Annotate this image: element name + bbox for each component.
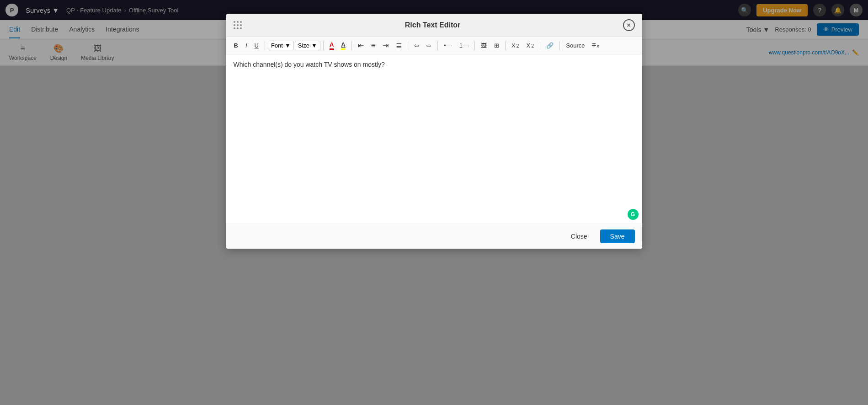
ordered-list-button[interactable]: 1— — [456, 41, 472, 50]
toolbar-separator-2 — [323, 41, 324, 50]
align-justify-button[interactable]: ≣ — [393, 40, 405, 51]
superscript-button[interactable]: X2 — [523, 41, 538, 50]
insert-table-button[interactable]: ⊞ — [491, 41, 502, 50]
toolbar-separator-1 — [265, 41, 265, 50]
underline-button[interactable]: U — [251, 41, 262, 50]
unordered-list-button[interactable]: •— — [441, 41, 455, 50]
toolbar-separator-9 — [559, 41, 560, 50]
bold-button[interactable]: B — [231, 41, 241, 50]
toolbar-separator-5 — [437, 41, 438, 50]
align-left-button[interactable]: ⇤ — [355, 40, 367, 51]
clear-format-button[interactable]: Tx — [589, 41, 602, 50]
subscript-button[interactable]: X2 — [508, 41, 522, 50]
modal-footer: Close Save — [226, 224, 642, 249]
font-color-button[interactable]: A — [326, 40, 337, 51]
toolbar-separator-3 — [351, 41, 352, 50]
toolbar-separator-8 — [540, 41, 540, 50]
indent-decrease-button[interactable]: ⇦ — [411, 41, 422, 50]
save-button[interactable]: Save — [600, 229, 635, 243]
align-right-button[interactable]: ⇥ — [379, 40, 392, 51]
grammarly-icon: G — [628, 209, 639, 220]
font-selector[interactable]: Font ▼ — [268, 41, 294, 50]
modal-title: Rich Text Editor — [243, 21, 623, 29]
toolbar-separator-4 — [408, 41, 408, 50]
size-selector[interactable]: Size ▼ — [295, 41, 320, 50]
editor-content-area[interactable]: Which channel(s) do you watch TV shows o… — [226, 54, 642, 224]
drag-handle[interactable] — [234, 21, 243, 29]
toolbar-separator-6 — [474, 41, 475, 50]
rich-text-editor-modal: Rich Text Editor × B I U Font ▼ Size ▼ — [226, 14, 642, 249]
editor-formatting-toolbar: B I U Font ▼ Size ▼ A A — [226, 37, 642, 54]
insert-image-button[interactable]: 🖼 — [478, 41, 490, 50]
insert-link-button[interactable]: 🔗 — [543, 41, 557, 50]
toolbar-separator-7 — [505, 41, 506, 50]
highlight-color-button[interactable]: A — [338, 40, 348, 51]
close-button[interactable]: Close — [563, 229, 596, 243]
modal-overlay: Rich Text Editor × B I U Font ▼ Size ▼ — [0, 0, 868, 405]
modal-close-button[interactable]: × — [623, 19, 635, 31]
source-button[interactable]: Source — [563, 41, 588, 50]
italic-button[interactable]: I — [242, 41, 250, 50]
align-center-button[interactable]: ≡ — [368, 40, 378, 51]
indent-increase-button[interactable]: ⇨ — [423, 41, 435, 50]
editor-text: Which channel(s) do you watch TV shows o… — [234, 61, 635, 68]
modal-header: Rich Text Editor × — [226, 14, 642, 37]
